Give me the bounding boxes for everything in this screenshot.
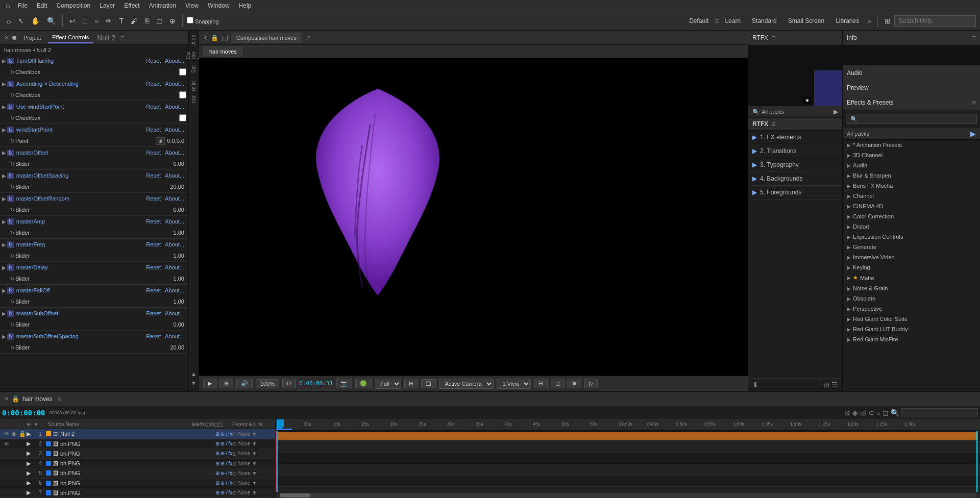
zoom-tool-btn[interactable]: 🔍: [44, 15, 58, 27]
rtfx-menu-icon[interactable]: ≡: [771, 34, 775, 42]
effect-item-expression[interactable]: ▶ Expression Controls: [843, 232, 980, 242]
fx-reset-btn-2[interactable]: Reset: [144, 81, 163, 87]
menu-item-help[interactable]: Help: [235, 1, 256, 10]
timeline-scrollbar[interactable]: [276, 492, 980, 498]
effect-item-channel[interactable]: ▶ Channel: [843, 191, 980, 201]
workspace-default-btn[interactable]: Default: [684, 15, 714, 27]
tl-layer-2-vis[interactable]: 👁: [2, 441, 10, 447]
effect-item-red-giant-lut[interactable]: ▶ Red Giant LUT Buddy: [843, 324, 980, 334]
fx-name-3[interactable]: Use windStartPoint: [16, 104, 144, 110]
puppet-tool-btn[interactable]: ⊕: [167, 15, 178, 27]
vc-audio-btn[interactable]: 🔊: [236, 379, 253, 388]
timeline-ruler[interactable]: 05s 10s 15s 20s 25s 30s 35s 40s 45s 50s …: [276, 419, 980, 431]
rtfx-item-2[interactable]: ▶ 2. Transitions: [748, 144, 842, 158]
tl-layer-3-expand[interactable]: ▶: [27, 450, 35, 457]
vc-loop-btn[interactable]: ⊞: [219, 379, 233, 388]
tl-layer-1-solo[interactable]: ◉: [10, 431, 18, 437]
menu-item-edit[interactable]: Edit: [33, 1, 52, 10]
fx-about-masterAmp[interactable]: About...: [163, 218, 186, 225]
effect-item-perspective[interactable]: ▶ Perspective: [843, 304, 980, 314]
vc-render-btn[interactable]: ▷: [584, 379, 598, 388]
effects-presets-menu-icon[interactable]: ≡: [972, 98, 976, 107]
workspace-learn-btn[interactable]: Learn: [720, 15, 746, 27]
vc-expose-btn[interactable]: ◻: [551, 379, 565, 388]
workspace-menu-icon[interactable]: ≡: [715, 17, 719, 25]
fx-about-masterSubOffsetSpacing[interactable]: About...: [163, 333, 186, 339]
effect-item-boris-mocha[interactable]: ▶ Boris FX Mocha: [843, 181, 980, 191]
fx-name-2[interactable]: Ascending > Descending: [16, 81, 144, 87]
tl-layer-2[interactable]: 👁 ▶ 2 🖼 bh.PNG ⊞⊕/fx ◎ None ▼: [0, 439, 275, 449]
tl-layer-1-vis[interactable]: 👁: [2, 431, 10, 437]
effect-item-color-correction[interactable]: ▶ Color Correction: [843, 211, 980, 221]
fx-about-btn-3[interactable]: About...: [163, 104, 186, 110]
effect-item-3d-channel[interactable]: ▶ 3D Channel: [843, 150, 980, 160]
fx-about-masterOffsetRandom[interactable]: About...: [163, 195, 186, 202]
menu-item-layer[interactable]: Layer: [95, 1, 119, 10]
tl-tool-btn-1[interactable]: ⊕: [844, 409, 850, 417]
vc-channel-btn[interactable]: 🟢: [355, 379, 372, 388]
comp-tab-close[interactable]: ✕: [203, 34, 208, 41]
fx-about-masterFallOff[interactable]: About...: [163, 287, 186, 293]
tl-close-icon[interactable]: ✕: [4, 395, 9, 402]
vc-grid-btn[interactable]: ⊞: [404, 379, 418, 388]
effect-controls-menu[interactable]: ≡: [120, 34, 124, 41]
rtfx-item-4[interactable]: ▶ 4. Backgrounds: [748, 172, 842, 186]
effect-item-red-giant-color[interactable]: ▶ Red Giant Color Suite: [843, 314, 980, 324]
fx-reset-btn-3[interactable]: Reset: [144, 104, 163, 110]
home-icon[interactable]: ⌂: [3, 0, 12, 11]
effect-item-immersive[interactable]: ▶ Immersive Video: [843, 252, 980, 262]
fx-reset-masterOffsetSpacing[interactable]: Reset: [144, 172, 163, 179]
tl-tool-btn-2[interactable]: ◈: [852, 409, 858, 417]
tl-tool-btn-5[interactable]: ○: [876, 409, 880, 417]
vc-mask-btn[interactable]: ⧠: [421, 379, 436, 388]
tl-layer-4[interactable]: ▶ 4 🖼 bh.PNG ⊞⊕/fx ◎ None ▼: [0, 459, 275, 468]
tl-search-btn[interactable]: 🔍: [891, 409, 899, 417]
narrow-scroll-up[interactable]: ▲: [191, 370, 197, 378]
fx-reset-masterOffsetRandom[interactable]: Reset: [144, 195, 163, 202]
tl-tool-btn-6[interactable]: ◻: [883, 409, 889, 417]
workspace-libraries-btn[interactable]: Libraries: [830, 15, 864, 27]
narrow-scroll-down[interactable]: ▼: [191, 380, 197, 387]
workspace-overflow-icon[interactable]: »: [865, 17, 873, 25]
effect-item-generate[interactable]: ▶ Generate: [843, 242, 980, 252]
menu-item-animation[interactable]: Animation: [145, 1, 180, 10]
effects-allpacks-btn[interactable]: ▶: [970, 130, 976, 138]
effect-item-keying[interactable]: ▶ Keying: [843, 262, 980, 272]
clone-tool-btn[interactable]: ⎘: [142, 15, 152, 27]
workspace-layout-btn[interactable]: ⊞: [882, 15, 893, 27]
effect-item-obsolete[interactable]: ▶ Obsolete: [843, 293, 980, 304]
tl-layer-1-lock[interactable]: 🔓: [18, 431, 27, 437]
tl-track-1-bar[interactable]: [277, 432, 978, 440]
tl-layer-1[interactable]: 👁 ◉ 🔓 ▶ 1 ⊡ Null 2 ⊞ ⊕ / fx ◎ None ▼: [0, 429, 275, 439]
fx-about-btn-2[interactable]: About...: [163, 81, 186, 87]
fx-reset-masterAmp[interactable]: Reset: [144, 218, 163, 225]
comp-menu-icon[interactable]: ≡: [307, 34, 310, 41]
tl-tool-btn-4[interactable]: ⊂: [868, 409, 874, 417]
audio-header[interactable]: Audio: [843, 66, 980, 80]
tl-layer-6[interactable]: ▶ 6 🖼 bh.PNG ⊞⊕/fx ◎ None ▼: [0, 479, 275, 488]
fx-reset-btn[interactable]: Reset: [144, 58, 163, 64]
effect-item-animation-presets[interactable]: ▶ * Animation Presets: [843, 140, 980, 150]
rtfx-cat-menu[interactable]: ≡: [771, 120, 775, 128]
fx-checkbox-input-2[interactable]: [179, 91, 186, 98]
vc-view-select[interactable]: 1 View: [497, 379, 531, 389]
workspace-smallscreen-btn[interactable]: Small Screen: [783, 15, 829, 27]
fx-about-masterOffsetSpacing[interactable]: About...: [163, 172, 186, 179]
project-tab-close[interactable]: ✕: [4, 34, 9, 41]
fx-about-masterOffset[interactable]: About...: [163, 150, 186, 156]
effect-controls-tab[interactable]: Effect Controls: [48, 32, 93, 43]
effect-item-matte[interactable]: ▶ ★ Matte: [843, 272, 980, 283]
fx-reset-masterFreq[interactable]: Reset: [144, 241, 163, 247]
search-help-input[interactable]: [894, 15, 976, 27]
info-header[interactable]: Info ≡: [843, 31, 980, 45]
vc-camera-btn[interactable]: 📷: [336, 379, 352, 388]
effect-item-audio[interactable]: ▶ Audio: [843, 160, 980, 170]
effects-presets-search-input[interactable]: [846, 114, 977, 124]
rect-tool-btn[interactable]: □: [80, 15, 89, 27]
fx-about-masterDelay[interactable]: About...: [163, 264, 186, 270]
rtfx-list-view-btn[interactable]: ☰: [831, 381, 838, 389]
menu-item-window[interactable]: Window: [204, 1, 234, 10]
workspace-standard-btn[interactable]: Standard: [747, 15, 782, 27]
tl-tool-btn-3[interactable]: ⊞: [860, 409, 866, 417]
menu-item-file[interactable]: File: [13, 1, 31, 10]
